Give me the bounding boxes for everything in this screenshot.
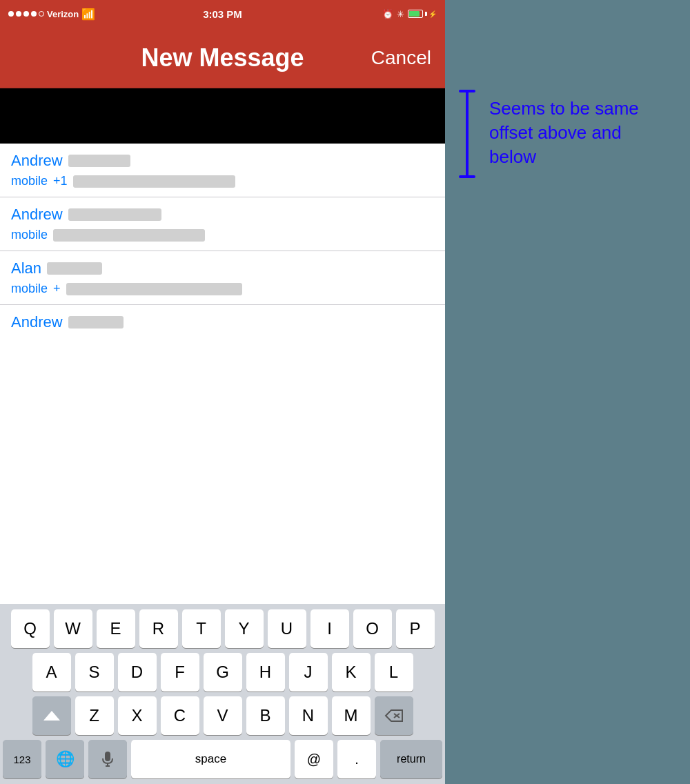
contact-detail-row-2: mobile: [11, 228, 434, 242]
key-t[interactable]: T: [182, 609, 221, 648]
backspace-icon: [384, 709, 404, 723]
globe-key[interactable]: 🌐: [46, 740, 84, 778]
contact-name-4: Andrew: [11, 313, 63, 331]
key-o[interactable]: O: [353, 609, 392, 648]
keyboard-row-3: Z X C V B N M: [3, 696, 442, 735]
phone-area: Verizon 📶 3:03 PM ⏰ ✳ ⚡ New Message Canc…: [0, 0, 445, 784]
shift-arrow-icon: [43, 711, 60, 721]
contact-detail-row-3: mobile +: [11, 282, 434, 296]
contact-name-1: Andrew: [11, 152, 63, 170]
status-bar: Verizon 📶 3:03 PM ⏰ ✳ ⚡: [0, 0, 445, 28]
signal-dot-5: [39, 11, 44, 17]
battery-body: [408, 10, 423, 18]
contact-value-prefix-1: +1: [53, 174, 68, 188]
svg-marker-0: [386, 710, 402, 721]
key-i[interactable]: I: [310, 609, 349, 648]
contact-value-prefix-3: +: [53, 282, 61, 296]
contact-name-row-1: Andrew: [11, 152, 434, 170]
key-g[interactable]: G: [204, 653, 242, 692]
key-d[interactable]: D: [118, 653, 157, 692]
cursor-bottom-bar: [459, 175, 475, 178]
key-n[interactable]: N: [289, 696, 328, 735]
numbers-key[interactable]: 123: [3, 740, 41, 778]
contact-item-3[interactable]: Alan mobile +: [0, 251, 445, 305]
contact-value-redacted-2: [53, 229, 205, 242]
signal-dot-2: [16, 11, 21, 17]
contact-name-row-4: Andrew: [11, 313, 434, 331]
key-x[interactable]: X: [118, 696, 157, 735]
space-key[interactable]: space: [131, 740, 290, 778]
signal-dot-3: [23, 11, 29, 17]
key-s[interactable]: S: [75, 653, 114, 692]
wifi-icon: 📶: [81, 8, 95, 21]
backspace-key[interactable]: [375, 696, 413, 735]
contact-name-row-2: Andrew: [11, 206, 434, 224]
to-field-area[interactable]: [0, 88, 445, 144]
cancel-button[interactable]: Cancel: [371, 47, 431, 69]
key-z[interactable]: Z: [75, 696, 114, 735]
contact-name-redacted-3: [47, 262, 102, 275]
microphone-icon: [101, 751, 114, 767]
contact-name-row-3: Alan: [11, 259, 434, 277]
annotation-area: Seems to be same offset above and below: [445, 0, 690, 784]
key-c[interactable]: C: [161, 696, 199, 735]
contact-value-redacted-1: [73, 175, 235, 188]
bluetooth-icon: ✳: [397, 9, 404, 19]
carrier-name: Verizon: [47, 9, 79, 19]
shift-key[interactable]: [32, 696, 71, 735]
contacts-list: Andrew mobile +1 Andrew mobile Alan: [0, 144, 445, 604]
keyboard-row-2: A S D F G H J K L: [3, 653, 442, 692]
contact-item-2[interactable]: Andrew mobile: [0, 197, 445, 251]
keyboard-bottom-row: 123 🌐 space @ . return: [3, 740, 442, 784]
cursor-stem: [466, 92, 469, 175]
key-p[interactable]: P: [396, 609, 435, 648]
key-b[interactable]: B: [246, 696, 285, 735]
contact-label-1: mobile: [11, 174, 48, 188]
contact-item-1[interactable]: Andrew mobile +1: [0, 144, 445, 197]
battery-tip: [425, 12, 427, 16]
contact-item-4[interactable]: Andrew: [0, 305, 445, 344]
contact-detail-row-1: mobile +1: [11, 174, 434, 188]
contact-value-redacted-3: [66, 283, 242, 295]
return-key[interactable]: return: [380, 740, 442, 778]
key-u[interactable]: U: [268, 609, 306, 648]
contact-name-3: Alan: [11, 259, 41, 277]
key-y[interactable]: Y: [225, 609, 264, 648]
key-e[interactable]: E: [97, 609, 135, 648]
key-a[interactable]: A: [32, 653, 71, 692]
signal-dot-1: [8, 11, 14, 17]
alarm-icon: ⏰: [382, 9, 393, 19]
contact-name-2: Andrew: [11, 206, 63, 224]
contact-label-2: mobile: [11, 228, 48, 242]
contact-name-redacted-1: [68, 155, 130, 167]
key-l[interactable]: L: [375, 653, 413, 692]
annotation-text: Seems to be same offset above and below: [489, 97, 669, 169]
contact-label-3: mobile: [11, 282, 48, 296]
battery-indicator: ⚡: [408, 10, 437, 18]
status-time: 3:03 PM: [203, 8, 242, 20]
navigation-bar: New Message Cancel: [0, 28, 445, 88]
keyboard: Q W E R T Y U I O P A S D F G H J K L: [0, 604, 445, 784]
key-h[interactable]: H: [246, 653, 285, 692]
at-key[interactable]: @: [295, 740, 333, 778]
signal-dot-4: [31, 11, 37, 17]
keyboard-row-1: Q W E R T Y U I O P: [3, 609, 442, 648]
key-r[interactable]: R: [139, 609, 178, 648]
signal-dots: [8, 11, 44, 17]
cursor-annotation: Seems to be same offset above and below: [459, 90, 669, 178]
nav-title: New Message: [141, 43, 304, 72]
key-v[interactable]: V: [204, 696, 242, 735]
status-left: Verizon 📶: [8, 8, 95, 21]
contact-name-redacted-4: [68, 316, 124, 329]
key-f[interactable]: F: [161, 653, 199, 692]
key-k[interactable]: K: [332, 653, 371, 692]
microphone-key[interactable]: [88, 740, 127, 778]
charging-bolt: ⚡: [428, 10, 437, 18]
key-j[interactable]: J: [289, 653, 328, 692]
key-w[interactable]: W: [54, 609, 92, 648]
key-q[interactable]: Q: [11, 609, 50, 648]
period-key[interactable]: .: [337, 740, 376, 778]
key-m[interactable]: M: [332, 696, 371, 735]
text-cursor-icon: [459, 90, 475, 178]
status-right: ⏰ ✳ ⚡: [382, 9, 437, 19]
